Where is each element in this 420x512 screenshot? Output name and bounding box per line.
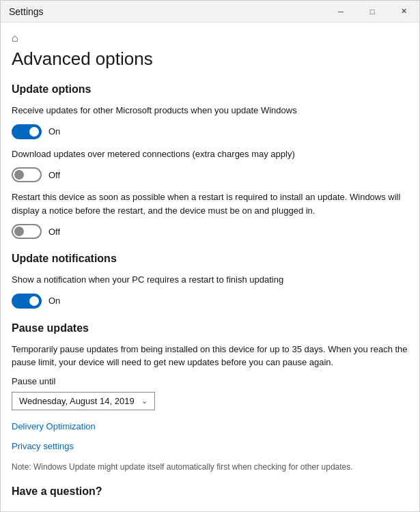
toggle3-track[interactable] [12,224,42,239]
toggle3[interactable] [12,224,42,239]
toggle1[interactable] [12,124,42,139]
toggle1-track[interactable] [12,124,42,139]
pause-until-label: Pause until [12,376,408,386]
restore-button[interactable]: □ [356,1,388,23]
toggle2-label: Off [48,170,60,180]
delivery-optimization-link[interactable]: Delivery Optimization [12,421,408,431]
title-bar-controls: ─ □ ✕ [325,1,419,23]
toggle1-row: On [12,124,408,139]
pause-until-dropdown[interactable]: Wednesday, August 14, 2019 ⌄ [12,392,155,410]
toggle2-row: Off [12,167,408,182]
minimize-button[interactable]: ─ [325,1,356,23]
toggle3-description: Restart this device as soon as possible … [12,190,408,217]
toggle4[interactable] [12,294,42,309]
pause-updates-description: Temporarily pause updates from being ins… [12,343,408,369]
update-notifications-title: Update notifications [12,253,408,265]
toggle1-thumb [29,127,39,137]
toggle4-label: On [48,296,60,306]
toggle4-thumb [29,296,39,306]
title-bar-title: Settings [9,6,44,17]
breadcrumb: ⌂ [12,23,408,48]
toggle1-label: On [48,126,60,137]
toggle2[interactable] [12,167,42,182]
page-title: Advanced options [12,48,408,70]
title-bar-left: Settings [9,6,44,17]
toggle3-thumb [14,227,24,236]
update-options-title: Update options [12,83,408,96]
home-icon[interactable]: ⌂ [12,32,18,44]
toggle2-thumb [14,170,24,180]
toggle3-label: Off [48,227,60,237]
toggle1-description: Receive updates for other Microsoft prod… [12,104,408,117]
chevron-down-icon: ⌄ [141,397,148,406]
pause-updates-title: Pause updates [12,322,408,335]
toggle4-row: On [12,294,408,309]
window: Settings ─ □ ✕ ⌂ Advanced options Update… [0,0,420,512]
title-bar: Settings ─ □ ✕ [1,1,419,23]
toggle4-track[interactable] [12,294,42,309]
note-text: Note: Windows Update might update itself… [12,461,408,473]
toggle2-description: Download updates over metered connection… [12,147,408,161]
close-button[interactable]: ✕ [388,1,419,23]
privacy-settings-link[interactable]: Privacy settings [12,441,408,451]
content-area: ⌂ Advanced options Update options Receiv… [1,23,419,511]
have-a-question-title: Have a question? [12,485,408,498]
dropdown-value: Wednesday, August 14, 2019 [19,396,135,406]
toggle4-description: Show a notification when your PC require… [12,273,408,287]
toggle2-track[interactable] [12,167,42,182]
toggle3-row: Off [12,224,408,239]
